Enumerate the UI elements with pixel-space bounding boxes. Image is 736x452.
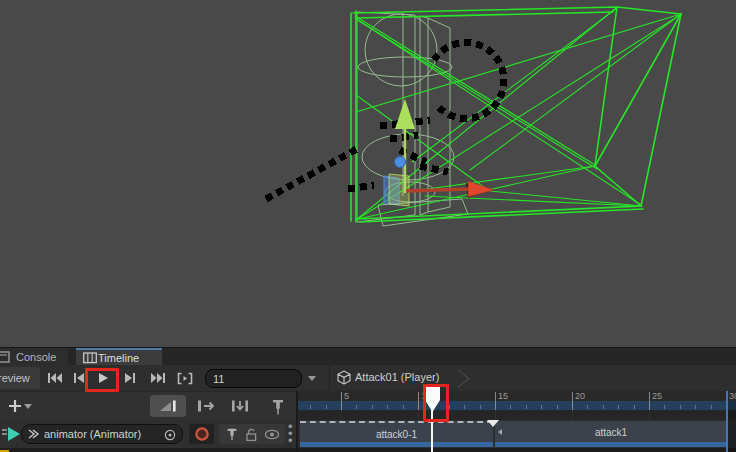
gizmo-center-handle[interactable] xyxy=(395,157,406,168)
go-to-end-icon xyxy=(150,372,166,384)
track-pin-icon[interactable] xyxy=(225,427,239,442)
tab-timeline-label: Timeline xyxy=(98,352,139,364)
animation-track-icon xyxy=(7,426,21,442)
timeline-clip[interactable]: attack0-1 xyxy=(300,421,493,447)
mix-mode-button[interactable] xyxy=(150,395,186,417)
tab-console[interactable]: Console xyxy=(0,348,68,365)
gizmo-x-axis[interactable] xyxy=(406,189,470,191)
timeline-content-area[interactable]: 51015202530 attack0-1attack1 xyxy=(298,391,736,452)
tab-timeline[interactable]: Timeline xyxy=(76,348,162,365)
timeline-out-of-range-shade xyxy=(728,401,736,452)
breadcrumb[interactable]: Attack01 (Player) xyxy=(355,371,439,383)
panel-bottom-strip xyxy=(0,448,298,452)
plus-icon xyxy=(8,399,32,413)
cube-icon xyxy=(337,370,351,385)
scene-view[interactable] xyxy=(0,0,736,347)
timeline-clip[interactable]: attack1 xyxy=(495,421,727,447)
play-range-button[interactable] xyxy=(173,368,197,388)
clip-stripe xyxy=(495,442,727,447)
pin-icon xyxy=(270,398,286,415)
mix-mode-icon xyxy=(158,398,178,414)
track-button-group xyxy=(219,424,285,444)
replace-mode-icon xyxy=(230,398,250,414)
animator-icon xyxy=(28,428,40,440)
gizmo-x-arrowhead[interactable] xyxy=(468,181,494,197)
gizmo-y-arrowhead[interactable] xyxy=(395,99,415,129)
record-icon xyxy=(194,426,210,442)
clip-label: attack0-1 xyxy=(300,429,493,440)
breadcrumb-chevron-icon xyxy=(455,369,473,388)
marker-pin-button[interactable] xyxy=(263,395,293,417)
track-binding-label: animator (Animator) xyxy=(44,428,141,440)
object-picker-icon[interactable] xyxy=(164,429,176,441)
track-lock-icon[interactable] xyxy=(244,427,258,442)
replace-mode-button[interactable] xyxy=(226,395,254,417)
scene-canvas xyxy=(0,0,736,347)
ripple-mode-button[interactable] xyxy=(192,395,220,417)
highlight-box-playhead xyxy=(423,384,449,422)
preview-toggle[interactable]: review xyxy=(0,367,40,389)
clip-trim-indicator xyxy=(498,429,502,435)
next-frame-icon xyxy=(124,372,137,384)
unity-editor: Console Timeline review xyxy=(0,0,736,452)
go-to-end-button[interactable] xyxy=(145,368,171,388)
ripple-mode-icon xyxy=(196,398,216,414)
preview-label: review xyxy=(0,372,30,384)
clip-stripe xyxy=(300,442,493,447)
track-menu-button[interactable]: ••• xyxy=(288,423,293,444)
add-track-button[interactable] xyxy=(5,395,35,417)
timeline-film-icon xyxy=(83,352,97,364)
track-eye-icon[interactable] xyxy=(264,427,280,442)
next-frame-button[interactable] xyxy=(119,368,141,388)
play-range-icon xyxy=(177,372,193,385)
frame-field[interactable] xyxy=(205,369,302,388)
clips-layer: attack0-1attack1 xyxy=(298,391,736,452)
track-binding-field[interactable]: animator (Animator) xyxy=(21,424,183,444)
toolbar-divider xyxy=(329,365,330,391)
header-content-divider xyxy=(296,391,298,452)
tab-console-label: Console xyxy=(16,351,56,363)
previous-frame-icon xyxy=(72,372,85,384)
record-button[interactable] xyxy=(189,424,214,444)
animation-track-header[interactable]: animator (Animator) xyxy=(0,420,296,448)
frame-unit-dropdown[interactable] xyxy=(308,376,316,381)
console-icon xyxy=(0,351,10,363)
go-to-beginning-icon xyxy=(47,372,63,384)
highlight-box-play-button xyxy=(85,368,119,392)
go-to-beginning-button[interactable] xyxy=(44,368,66,388)
clip-blend-marker[interactable] xyxy=(487,420,499,427)
clip-label: attack1 xyxy=(495,427,727,438)
timeline-panel: Console Timeline review xyxy=(0,347,736,452)
